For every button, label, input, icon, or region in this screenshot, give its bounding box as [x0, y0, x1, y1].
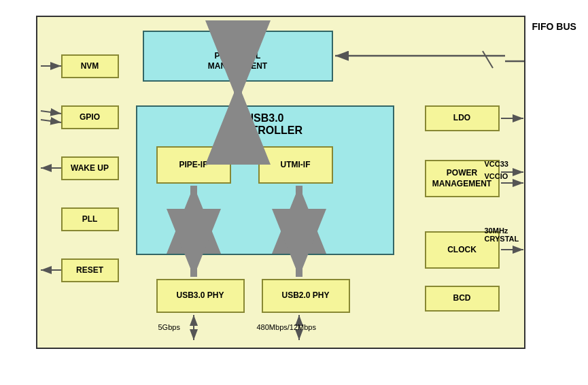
bcd-block: BCD	[425, 286, 500, 312]
crystal-label: 30MHzCRYSTAL	[485, 227, 519, 243]
gpio-block: GPIO	[61, 105, 119, 129]
usb3-phy-block: USB3.0 PHY	[156, 279, 245, 313]
power-mgmt-label: POWERMANAGEMENT	[432, 168, 491, 189]
fifo-label: FIFOPROTOCOLMANAGEMENT	[208, 40, 267, 72]
bcd-label: BCD	[453, 293, 471, 304]
ldo-label: LDO	[453, 113, 470, 124]
nvm-label: NVM	[81, 61, 99, 72]
wakeup-block: WAKE UP	[61, 156, 119, 180]
usb2-phy-block: USB2.0 PHY	[262, 279, 350, 313]
nvm-block: NVM	[61, 54, 119, 78]
wakeup-label: WAKE UP	[71, 163, 109, 174]
svg-line-13	[41, 111, 61, 114]
outer-box: FIFOPROTOCOLMANAGEMENT USB3.0CONTROLLER …	[36, 16, 525, 349]
block-diagram: FIFOPROTOCOLMANAGEMENT USB3.0CONTROLLER …	[16, 9, 573, 376]
speed-5g-label: 5Gbps	[158, 323, 180, 331]
svg-line-14	[41, 120, 61, 122]
clock-label: CLOCK	[447, 245, 477, 256]
reset-label: RESET	[76, 265, 103, 276]
utmi-if-block: UTMI-IF	[258, 146, 333, 184]
pipe-if-label: PIPE-IF	[179, 160, 207, 171]
gpio-label: GPIO	[80, 112, 100, 123]
reset-block: RESET	[61, 258, 119, 282]
usb3-phy-label: USB3.0 PHY	[176, 290, 224, 301]
fifo-bus-label: FIFO BUS	[532, 21, 576, 32]
vccio-label: VCCIO	[485, 172, 508, 180]
pll-label: PLL	[82, 214, 98, 225]
svg-line-11	[483, 51, 493, 68]
fifo-block: FIFOPROTOCOLMANAGEMENT	[143, 31, 333, 82]
pll-block: PLL	[61, 207, 119, 231]
vcc33-label: VCC33	[485, 160, 508, 168]
pipe-if-block: PIPE-IF	[156, 146, 231, 184]
ldo-block: LDO	[425, 105, 500, 131]
utmi-if-label: UTMI-IF	[281, 160, 311, 171]
usb2-phy-label: USB2.0 PHY	[281, 290, 329, 301]
speed-480-label: 480Mbps/12Mbps	[257, 323, 316, 331]
